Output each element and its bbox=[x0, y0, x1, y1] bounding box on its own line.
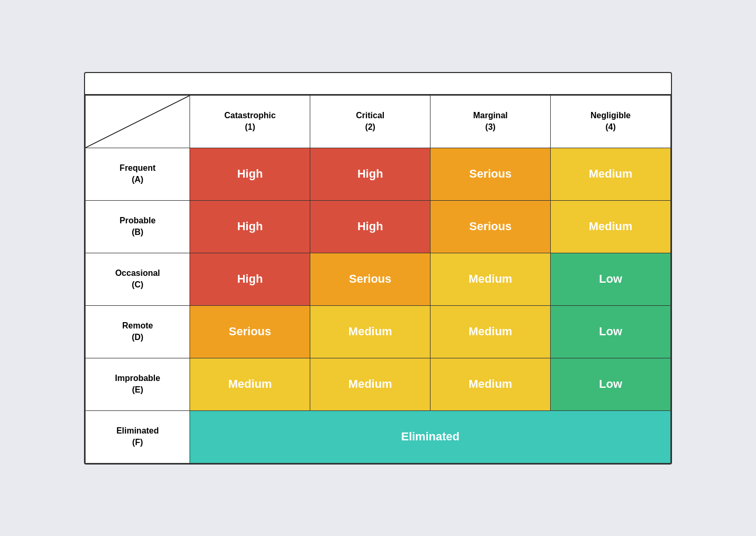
data-row: Probable(B)HighHighSeriousMedium bbox=[86, 200, 671, 253]
cell-r1-c1: High bbox=[310, 200, 430, 253]
col-header-2: Critical(2) bbox=[310, 95, 430, 148]
row-header-1: Probable(B) bbox=[86, 200, 190, 253]
data-row: Improbable(E)MediumMediumMediumLow bbox=[86, 358, 671, 410]
cell-r4-c2: Medium bbox=[430, 358, 551, 410]
cell-r3-c1: Medium bbox=[310, 305, 430, 358]
data-row: Frequent(A)HighHighSeriousMedium bbox=[86, 148, 671, 200]
cell-r3-c2: Medium bbox=[430, 305, 551, 358]
cell-r0-c2: Serious bbox=[430, 148, 551, 200]
cell-r4-c1: Medium bbox=[310, 358, 430, 410]
col-header-4: Negligible(4) bbox=[551, 95, 671, 148]
col-header-3: Marginal(3) bbox=[430, 95, 551, 148]
data-row: Occasional(C)HighSeriousMediumLow bbox=[86, 253, 671, 305]
cell-r4-c3: Low bbox=[551, 358, 671, 410]
matrix-title bbox=[85, 73, 671, 95]
row-header-4: Improbable(E) bbox=[86, 358, 190, 410]
header-row: Catastrophic(1) Critical(2) Marginal(3) … bbox=[86, 95, 671, 148]
cell-r2-c1: Serious bbox=[310, 253, 430, 305]
cell-r0-c0: High bbox=[190, 148, 310, 200]
cell-r0-c1: High bbox=[310, 148, 430, 200]
cell-r3-c3: Low bbox=[551, 305, 671, 358]
corner-cell bbox=[86, 95, 190, 148]
matrix-container: Catastrophic(1) Critical(2) Marginal(3) … bbox=[84, 72, 672, 465]
cell-r2-c3: Low bbox=[551, 253, 671, 305]
cell-r0-c3: Medium bbox=[551, 148, 671, 200]
cell-r2-c0: High bbox=[190, 253, 310, 305]
row-header-5: Eliminated(F) bbox=[86, 410, 190, 463]
cell-r2-c2: Medium bbox=[430, 253, 551, 305]
cell-r3-c0: Serious bbox=[190, 305, 310, 358]
row-header-2: Occasional(C) bbox=[86, 253, 190, 305]
cell-r4-c0: Medium bbox=[190, 358, 310, 410]
row-header-3: Remote(D) bbox=[86, 305, 190, 358]
eliminated-cell: Eliminated bbox=[190, 410, 671, 463]
cell-r1-c3: Medium bbox=[551, 200, 671, 253]
cell-r1-c0: High bbox=[190, 200, 310, 253]
cell-r1-c2: Serious bbox=[430, 200, 551, 253]
col-header-1: Catastrophic(1) bbox=[190, 95, 310, 148]
matrix-table: Catastrophic(1) Critical(2) Marginal(3) … bbox=[85, 95, 671, 463]
data-row: Eliminated(F)Eliminated bbox=[86, 410, 671, 463]
data-row: Remote(D)SeriousMediumMediumLow bbox=[86, 305, 671, 358]
row-header-0: Frequent(A) bbox=[86, 148, 190, 200]
